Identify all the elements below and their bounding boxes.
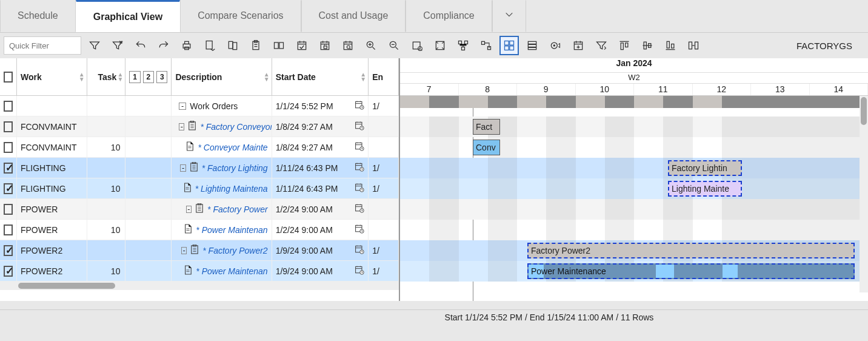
clear-filter-button[interactable] xyxy=(108,36,127,55)
cal-lock-button[interactable] xyxy=(315,36,335,55)
align-bot-button[interactable] xyxy=(661,36,680,55)
cell-start-date[interactable]: 1/11/24 6:43 PM xyxy=(272,178,369,198)
row-checkbox[interactable] xyxy=(4,121,13,132)
gantt-bar[interactable]: Power Maintenance xyxy=(527,263,855,279)
filter-button[interactable] xyxy=(85,36,104,55)
table-row[interactable]: -Work Orders1/1/24 5:52 PM1/ xyxy=(0,96,399,116)
table-row[interactable]: FLIGHTING-* Factory Lighting1/11/24 6:43… xyxy=(0,158,399,178)
gantt-bar[interactable]: Fact xyxy=(473,119,500,135)
expand-toggle[interactable]: - xyxy=(180,164,185,172)
spread-button[interactable] xyxy=(684,36,703,55)
col-description[interactable]: Description▲▼ xyxy=(172,58,272,95)
cal-check-button[interactable] xyxy=(292,36,312,55)
gantt-row[interactable]: Factory Power2 xyxy=(400,240,868,261)
gantt-day[interactable]: 13 xyxy=(751,84,810,95)
copy-button[interactable] xyxy=(223,36,242,55)
cal-add-button[interactable] xyxy=(569,36,588,55)
expand-toggle[interactable]: - xyxy=(179,103,186,110)
cell-description[interactable]: * Conveyor Mainte xyxy=(172,137,272,157)
datetime-icon[interactable] xyxy=(355,224,364,235)
cell-start-date[interactable]: 1/9/24 9:00 AM xyxy=(272,240,369,260)
align-mid-button[interactable] xyxy=(638,36,657,55)
datetime-icon[interactable] xyxy=(355,121,364,132)
tab-schedule[interactable]: Schedule xyxy=(0,0,76,32)
datetime-icon[interactable] xyxy=(355,265,364,277)
cell-description[interactable]: -Work Orders xyxy=(172,96,272,116)
gantt-row[interactable]: Fact xyxy=(400,116,868,137)
tab-graphical-view[interactable]: Graphical View xyxy=(76,0,180,32)
gantt-day[interactable]: 9 xyxy=(517,84,576,95)
gantt-row[interactable] xyxy=(400,96,868,116)
cell-start-date[interactable]: 1/8/24 9:27 AM xyxy=(272,116,369,137)
gantt-row[interactable]: Factory Lightin xyxy=(400,158,868,178)
gantt-day[interactable]: 11 xyxy=(634,84,693,95)
row-checkbox[interactable] xyxy=(4,101,13,112)
col-checkbox[interactable] xyxy=(0,58,17,95)
cell-start-date[interactable]: 1/11/24 6:43 PM xyxy=(272,158,369,178)
quick-filter-input[interactable] xyxy=(4,36,81,55)
gantt-row[interactable]: Lighting Mainte xyxy=(400,178,868,199)
gantt-row[interactable]: Power Maintenance xyxy=(400,261,868,282)
row-checkbox[interactable] xyxy=(4,245,13,256)
gantt-day[interactable]: 10 xyxy=(576,84,635,95)
table-row[interactable]: FLIGHTING10* Lighting Maintena1/11/24 6:… xyxy=(0,178,399,199)
filter2-button[interactable] xyxy=(592,36,611,55)
cell-description[interactable]: * Lighting Maintena xyxy=(172,178,272,198)
datetime-icon[interactable] xyxy=(355,245,364,256)
gantt-bar[interactable]: Lighting Mainte xyxy=(668,181,742,197)
datetime-icon[interactable] xyxy=(355,162,364,174)
cell-description[interactable]: -* Factory Power2 xyxy=(172,240,272,260)
row-checkbox[interactable] xyxy=(4,204,13,215)
gantt-body[interactable]: FactConvFactory LightinLighting MainteFa… xyxy=(400,96,868,301)
print-button[interactable] xyxy=(177,36,196,55)
datetime-icon[interactable] xyxy=(355,141,364,153)
cal-search-button[interactable] xyxy=(338,36,358,55)
row-checkbox[interactable] xyxy=(4,163,13,174)
datetime-icon[interactable] xyxy=(355,183,364,194)
row-checkbox[interactable] xyxy=(4,183,13,194)
gantt-bar[interactable]: Factory Power2 xyxy=(527,243,855,258)
cell-description[interactable]: -* Factory Power xyxy=(172,199,272,219)
expand-toggle[interactable]: - xyxy=(181,247,187,254)
gantt-row[interactable]: Conv xyxy=(400,137,868,158)
row-checkbox[interactable] xyxy=(4,142,13,153)
rows-button[interactable] xyxy=(522,36,542,55)
gantt-row[interactable] xyxy=(400,220,868,240)
multi-copy-button[interactable] xyxy=(269,36,289,55)
gantt-row[interactable] xyxy=(400,199,868,220)
gantt-day[interactable]: 14 xyxy=(810,84,869,95)
col-start-date[interactable]: Start Date▲▼ xyxy=(272,58,369,95)
table-row[interactable]: FPOWER10* Power Maintenan1/2/24 9:00 AM xyxy=(0,220,399,240)
tab-compliance[interactable]: Compliance xyxy=(406,0,492,32)
hscroll-left[interactable] xyxy=(0,282,399,290)
col-indicators[interactable]: 1 2 3 xyxy=(125,58,172,95)
gantt-day[interactable]: 7 xyxy=(400,84,459,95)
vscroll[interactable] xyxy=(860,96,868,292)
col-task[interactable]: Task▲▼ xyxy=(87,58,126,95)
tab-cost-usage[interactable]: Cost and Usage xyxy=(301,0,406,32)
paste-button[interactable] xyxy=(246,36,265,55)
link-button[interactable] xyxy=(476,36,496,55)
cell-start-date[interactable]: 1/8/24 9:27 AM xyxy=(272,137,369,157)
table-row[interactable]: FCONVMAINT10* Conveyor Mainte1/8/24 9:27… xyxy=(0,137,399,158)
row-checkbox[interactable] xyxy=(4,266,13,277)
tab-more[interactable] xyxy=(492,0,526,32)
col-work[interactable]: Work▲▼ xyxy=(17,58,87,95)
tab-compare-scenarios[interactable]: Compare Scenarios xyxy=(180,0,301,32)
align-top-button[interactable] xyxy=(615,36,634,55)
zoom-out-button[interactable] xyxy=(384,36,404,55)
cell-start-date[interactable]: 1/2/24 9:00 AM xyxy=(272,220,369,240)
gantt-day[interactable]: 8 xyxy=(459,84,518,95)
table-row[interactable]: FPOWER2-* Factory Power21/9/24 9:00 AM1/ xyxy=(0,240,399,261)
goto-button[interactable] xyxy=(407,36,427,55)
redo-button[interactable] xyxy=(154,36,173,55)
tree-button[interactable] xyxy=(453,36,473,55)
cell-description[interactable]: -* Factory Conveyor Ma xyxy=(172,116,272,137)
cell-start-date[interactable]: 1/2/24 9:00 AM xyxy=(272,199,369,219)
datetime-icon[interactable] xyxy=(355,100,364,112)
datetime-icon[interactable] xyxy=(355,203,364,215)
table-row[interactable]: FCONVMAINT-* Factory Conveyor Ma1/8/24 9… xyxy=(0,116,399,137)
cell-description[interactable]: -* Factory Lighting xyxy=(172,158,272,178)
expand-toggle[interactable]: - xyxy=(186,206,192,213)
fullscreen-button[interactable] xyxy=(430,36,450,55)
